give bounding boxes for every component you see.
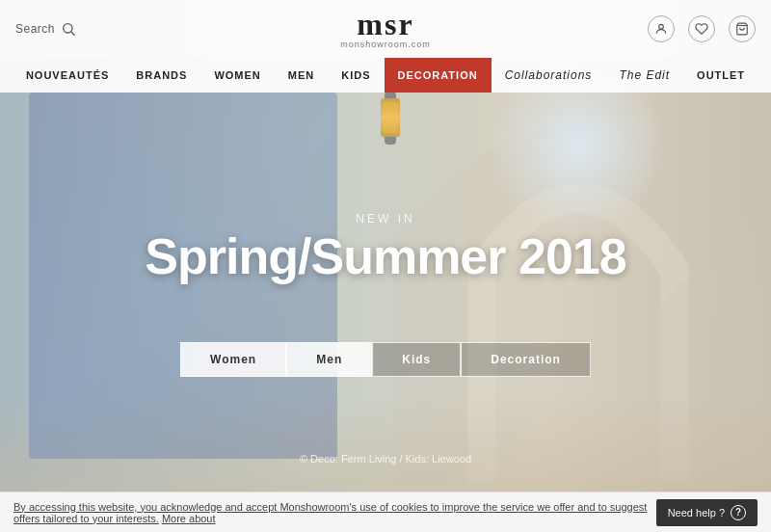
hero-title: Spring/Summer 2018 (0, 231, 771, 281)
nav-item-brands[interactable]: BRANDS (122, 58, 200, 93)
nav-item-nouveautes[interactable]: NOUVEAUTÉS (13, 58, 122, 93)
svg-point-2 (659, 24, 664, 29)
hero-content: NEW IN Spring/Summer 2018 (0, 212, 771, 281)
logo-subtitle: monshowroom.com (340, 40, 431, 49)
need-help-button[interactable]: Need help ? ? (656, 499, 758, 526)
nav-item-collaborations[interactable]: Collaborations (492, 58, 606, 93)
logo-main[interactable]: msr (357, 9, 413, 40)
cta-kids-button[interactable]: Kids (372, 342, 461, 377)
hero-caption: © Deco: Ferm Living / Kids: Liewood (0, 453, 771, 465)
logo-area: msr monshowroom.com (262, 9, 509, 49)
account-icon[interactable] (648, 15, 675, 42)
cart-icon[interactable] (729, 15, 756, 42)
need-help-label: Need help ? (668, 507, 725, 519)
search-label: Search (15, 22, 55, 36)
wishlist-icon[interactable] (688, 15, 715, 42)
nav-item-outlet[interactable]: OUTLET (683, 58, 758, 93)
nav-item-decoration[interactable]: DECORATION (385, 58, 492, 93)
nav-item-the-edit[interactable]: The Edit (605, 58, 683, 93)
search-icon[interactable] (61, 21, 76, 37)
cookie-more-link[interactable]: More about (162, 513, 216, 524)
nav-item-kids[interactable]: KIDS (328, 58, 384, 93)
main-nav: NOUVEAUTÉS BRANDS WOMEN MEN KIDS DECORAT… (0, 58, 771, 93)
cta-women-button[interactable]: Women (180, 342, 286, 377)
cta-buttons: Women Men Kids Decoration (180, 342, 591, 377)
nav-item-men[interactable]: MEN (275, 58, 328, 93)
site-header: Search msr monshowroom.com (0, 0, 771, 58)
header-left: Search (15, 21, 262, 37)
header-right (509, 15, 756, 42)
cta-decoration-button[interactable]: Decoration (461, 342, 591, 377)
cta-men-button[interactable]: Men (286, 342, 372, 377)
lantern-body (381, 98, 400, 137)
hero-subtitle: NEW IN (0, 212, 771, 226)
cookie-text: By accessing this website, you acknowled… (13, 501, 656, 524)
cookie-message: By accessing this website, you acknowled… (13, 501, 647, 524)
svg-line-1 (71, 32, 75, 36)
lantern-bottom (385, 137, 396, 145)
svg-point-0 (64, 24, 72, 33)
help-icon: ? (731, 505, 746, 520)
cookie-bar: By accessing this website, you acknowled… (0, 492, 771, 532)
lantern-decoration (381, 93, 400, 150)
nav-item-women[interactable]: WOMEN (200, 58, 274, 93)
